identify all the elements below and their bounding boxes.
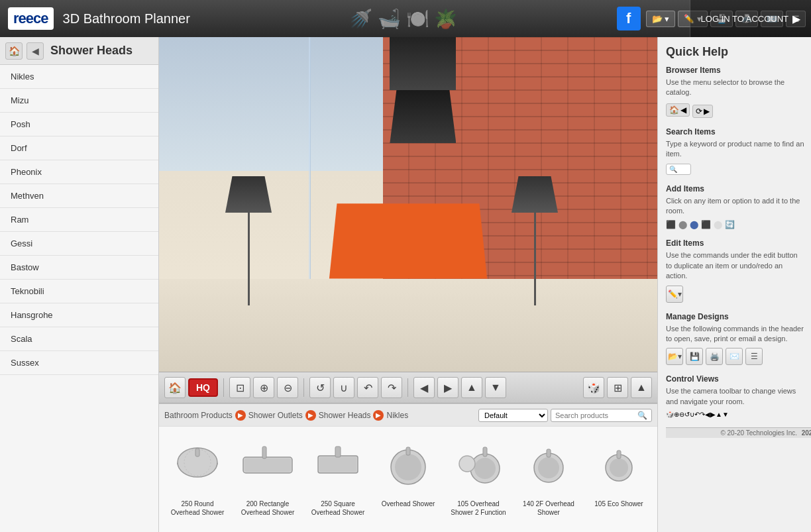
lamp-center: [383, 37, 462, 143]
breadcrumb-arrow-2: ▶: [373, 410, 384, 421]
product-name-0: 250 Round Overhead Shower: [167, 500, 228, 517]
mini-product-icon-2: ⬤: [678, 220, 687, 229]
svg-point-21: [610, 458, 628, 477]
svg-rect-19: [547, 449, 551, 457]
mini-product-icon-1: ⬛: [666, 220, 676, 229]
separator-1: [223, 378, 224, 397]
sidebar-item-bastow[interactable]: Bastow: [0, 256, 158, 280]
zoom-in-button[interactable]: ⊕: [253, 377, 274, 398]
app-title: 3D Bathroom Planner: [63, 11, 190, 27]
3d-view-button[interactable]: 🎲: [583, 377, 604, 398]
search-icon[interactable]: 🔍: [637, 411, 647, 420]
right-panel: Quick Help Browser Items Use the menu se…: [657, 37, 811, 532]
mini-print-btn: 🖨️: [706, 348, 723, 365]
hq-button[interactable]: HQ: [188, 378, 218, 397]
facebook-icon[interactable]: f: [617, 7, 641, 30]
manage-mini-toolbar: 📂▾ 💾 🖨️ ✉️ ☰: [666, 348, 805, 365]
pan-right-button[interactable]: ▶: [437, 377, 459, 398]
help-section-browser-title: Browser Items: [666, 66, 805, 75]
help-section-search: Search Items Type a keyword or product n…: [666, 127, 805, 175]
home-view-button[interactable]: 🏠: [164, 377, 186, 398]
mini-save-btn: 💾: [686, 348, 703, 365]
mini-home-icon: 🏠: [669, 105, 679, 115]
mini-rotate-icon: ⟳: [696, 107, 702, 116]
pan-left-button[interactable]: ◀: [413, 377, 435, 398]
rug: [329, 203, 487, 278]
open-button[interactable]: 📂 ▾: [646, 11, 676, 27]
product-card-5[interactable]: 140 2F Overhead Shower: [515, 433, 582, 525]
mini-product-icon-5: ⬤: [714, 220, 722, 229]
fit-button[interactable]: ⊡: [229, 377, 250, 398]
help-section-edit-title: Edit Items: [666, 239, 805, 248]
mini-back-icon: ◀: [680, 105, 686, 115]
help-section-add: Add Items Click on any item or option to…: [666, 184, 805, 230]
product-card-1[interactable]: 200 Rectangle Overhead Shower: [235, 433, 301, 525]
svg-rect-5: [244, 458, 291, 472]
logo: reece: [8, 7, 54, 30]
help-section-control-text: Use the camera toolbar to change views a…: [666, 386, 805, 407]
sidebar-item-dorf[interactable]: Dorf: [0, 136, 158, 160]
browser-mini-toolbar: 🏠 ◀ ⟳ ▶: [666, 102, 805, 118]
product-card-2[interactable]: 250 Square Overhead Shower: [305, 433, 371, 525]
help-section-control-title: Control Views: [666, 374, 805, 384]
lamp-left: [225, 176, 272, 305]
sidebar-item-sussex[interactable]: Sussex: [0, 351, 158, 375]
mini-email-btn: ✉️: [726, 348, 743, 365]
sidebar-list: NiklesMizuPoshDorfPheonixMethvenRamGessi…: [0, 65, 158, 532]
mini-open-btn: 📂▾: [666, 348, 683, 365]
help-section-manage-title: Manage Designs: [666, 312, 805, 321]
breadcrumb-item-2[interactable]: Shower Heads: [319, 411, 371, 420]
login-label: LOG IN TO ACCOUNT: [701, 14, 788, 24]
center-panel: 🏠 HQ ⊡ ⊕ ⊖ ↺ ∪ ↶ ↷ ◀ ▶ ▲ ▼ 🎲 ⊞ ▲ Bathroo…: [159, 37, 657, 532]
product-card-6[interactable]: 105 Eco Shower: [586, 433, 652, 525]
product-name-2: 250 Square Overhead Shower: [307, 500, 368, 517]
pan-down-button[interactable]: ▼: [485, 377, 506, 398]
sidebar: 🏠 ◀ Shower Heads NiklesMizuPoshDorfPheon…: [0, 37, 159, 532]
product-image-5: [519, 437, 578, 497]
svg-rect-16: [483, 447, 487, 456]
mini-product-icon-3: ⬤: [690, 220, 698, 229]
sort-select[interactable]: Default Name A-Z Price Low-High: [478, 409, 548, 422]
footer-credit: © 20-20 Technologies Inc. 2020: [666, 427, 811, 438]
product-name-6: 105 Eco Shower: [594, 500, 643, 508]
grid-button[interactable]: ⊞: [607, 377, 628, 398]
product-strip: 250 Round Overhead Shower200 Rectangle O…: [159, 426, 657, 532]
sidebar-item-pheonix[interactable]: Pheonix: [0, 160, 158, 184]
mini-search-icon: 🔍: [669, 166, 677, 173]
sidebar-item-ram[interactable]: Ram: [0, 208, 158, 232]
product-card-3[interactable]: Overhead Shower: [375, 433, 441, 525]
breadcrumb-item-3[interactable]: Nikles: [386, 411, 408, 420]
sidebar-item-teknobili[interactable]: Teknobili: [0, 280, 158, 303]
pan-up-button[interactable]: ▲: [461, 377, 482, 398]
separator-2: [303, 378, 304, 397]
svg-point-15: [459, 456, 475, 472]
rotate-ccw-button[interactable]: ↶: [357, 377, 378, 398]
orbit-button[interactable]: ↺: [309, 377, 331, 398]
product-nav: Bathroom Products ▶ Shower Outlets ▶ Sho…: [159, 403, 657, 426]
sidebar-title: Shower Heads: [50, 44, 133, 58]
sidebar-item-scala[interactable]: Scala: [0, 327, 158, 351]
sidebar-item-hansgrohe[interactable]: Hansgrohe: [0, 303, 158, 327]
product-name-1: 200 Rectangle Overhead Shower: [237, 500, 298, 517]
tilt-down-button[interactable]: ∪: [333, 377, 354, 398]
sidebar-item-posh[interactable]: Posh: [0, 113, 158, 136]
svg-rect-22: [617, 451, 621, 458]
home-nav-button[interactable]: 🏠: [5, 42, 23, 60]
sidebar-item-gessi[interactable]: Gessi: [0, 232, 158, 256]
mini-list-btn: ☰: [745, 348, 763, 365]
expand-button[interactable]: ▲: [631, 377, 652, 398]
product-card-4[interactable]: 105 Overhead Shower 2 Function: [445, 433, 512, 525]
sidebar-item-nikles[interactable]: Nikles: [0, 65, 158, 89]
quick-help-title: Quick Help: [666, 45, 805, 59]
search-input[interactable]: [555, 411, 635, 419]
product-card-0[interactable]: 250 Round Overhead Shower: [164, 433, 231, 525]
rotate-cw-button[interactable]: ↷: [381, 377, 402, 398]
product-image-6: [589, 437, 649, 497]
sidebar-item-mizu[interactable]: Mizu: [0, 89, 158, 113]
sidebar-item-methven[interactable]: Methven: [0, 184, 158, 208]
breadcrumb-item-1[interactable]: Shower Outlets: [248, 411, 303, 420]
back-nav-button[interactable]: ◀: [27, 42, 44, 60]
breadcrumb-item-0[interactable]: Bathroom Products: [164, 411, 233, 420]
zoom-out-button[interactable]: ⊖: [277, 377, 298, 398]
login-button[interactable]: LOG IN TO ACCOUNT ▶: [690, 0, 811, 37]
